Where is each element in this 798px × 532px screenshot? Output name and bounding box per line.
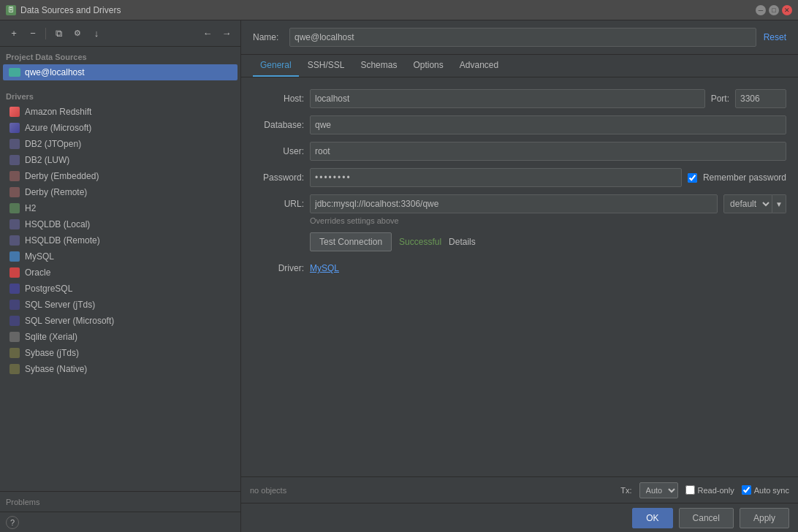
auto-sync-checkbox[interactable] [742,485,751,495]
test-connection-button[interactable]: Test Connection [310,232,392,251]
name-label: Name: [253,32,282,42]
database-row: Database: [253,115,786,134]
driver-icon [9,235,20,246]
driver-item-sqlite--xerial-[interactable]: Sqlite (Xerial) [3,329,238,345]
read-only-label: Read-only [698,486,734,495]
minimize-button[interactable]: ─ [756,5,766,15]
password-input[interactable] [310,168,682,187]
host-row: Host: Port: [253,89,786,108]
driver-name: DB2 (LUW) [25,155,69,165]
problems-label: Problems [6,498,39,506]
tx-select[interactable]: Auto [639,482,678,498]
driver-item-postgresql[interactable]: PostgreSQL [3,281,238,297]
url-label: URL: [253,199,304,209]
driver-name: Derby (Remote) [25,187,87,197]
import-button[interactable]: ↓ [88,26,104,42]
forward-button[interactable]: → [218,26,235,42]
right-panel: Name: Reset General SSH/SSL Schemas Opti… [241,20,798,532]
settings-button[interactable]: ⚙ [69,26,86,42]
driver-name: Azure (Microsoft) [25,123,91,133]
window-title: Data Sources and Drivers [20,5,751,15]
overrides-text: Overrides settings above [310,216,786,225]
url-input[interactable] [310,194,718,213]
test-connection-row: Test Connection Successful Details [310,232,786,251]
driver-item-sybase--jtds-[interactable]: Sybase (jTds) [3,345,238,361]
app-icon: 🗄 [6,5,16,15]
driver-item-sql-server--jtds-[interactable]: SQL Server (jTds) [3,297,238,313]
driver-icon [9,267,20,278]
auto-sync-label: Auto sync [754,486,789,495]
back-icon: ← [203,28,213,39]
maximize-button[interactable]: □ [769,5,779,15]
remember-password-label: Remember password [703,172,786,183]
reset-link[interactable]: Reset [764,32,786,42]
details-link[interactable]: Details [449,237,476,247]
driver-item-derby--remote-[interactable]: Derby (Remote) [3,184,238,200]
apply-button[interactable]: Apply [740,508,789,528]
tab-general[interactable]: General [253,55,299,77]
tab-advanced[interactable]: Advanced [452,55,506,77]
driver-item-derby--embedded-[interactable]: Derby (Embedded) [3,168,238,184]
password-label: Password: [253,172,304,183]
help-bar: ? [0,512,240,532]
toolbar-separator-1 [45,28,46,39]
driver-icon [9,251,20,262]
driver-link[interactable]: MySQL [310,263,339,273]
driver-item-hsqldb--local-[interactable]: HSQLDB (Local) [3,216,238,232]
ok-button[interactable]: OK [632,508,672,528]
close-button[interactable]: ✕ [782,5,792,15]
url-scheme-wrap: default ▼ [723,194,786,213]
driver-icon [9,283,20,294]
database-label: Database: [253,120,304,130]
driver-item-h2[interactable]: H2 [3,200,238,216]
add-button[interactable]: + [6,26,22,42]
project-datasources-header: Project Data Sources [0,47,240,64]
driver-name: DB2 (JTOpen) [25,139,81,149]
host-input[interactable] [310,89,705,108]
remove-button[interactable]: − [25,26,41,42]
tabs-bar: General SSH/SSL Schemas Options Advanced [241,55,798,77]
driver-name: MySQL [25,251,54,262]
cancel-button[interactable]: Cancel [679,508,734,528]
driver-icon [9,331,20,343]
user-input[interactable] [310,142,786,161]
datasource-item-qwe[interactable]: qwe@localhost [3,64,238,80]
driver-icon [9,218,20,230]
driver-item-db2--jtopen-[interactable]: DB2 (JTOpen) [3,136,238,152]
datasource-name: qwe@localhost [25,67,85,77]
url-dropdown-button[interactable]: ▼ [772,194,786,213]
driver-icon [9,202,20,214]
driver-icon [9,315,20,327]
connection-status: Successful [399,237,441,247]
driver-icon [9,154,20,166]
driver-item-sql-server--microsoft-[interactable]: SQL Server (Microsoft) [3,313,238,329]
read-only-checkbox[interactable] [685,485,695,495]
tab-ssh-ssl[interactable]: SSH/SSL [300,55,352,77]
driver-item-azure--microsoft-[interactable]: Azure (Microsoft) [3,120,238,136]
remember-password-checkbox[interactable] [688,173,697,183]
driver-name: Derby (Embedded) [25,171,99,181]
datasource-icon [9,68,20,77]
driver-item-mysql[interactable]: MySQL [3,248,238,265]
name-input[interactable] [289,28,756,47]
tx-control: Tx: Auto Read-only Auto sync [620,482,789,498]
driver-item-sybase--native-[interactable]: Sybase (Native) [3,361,238,377]
driver-item-oracle[interactable]: Oracle [3,265,238,281]
copy-button[interactable]: ⧉ [50,26,66,42]
driver-item-amazon-redshift[interactable]: Amazon Redshift [3,104,238,120]
driver-icon [9,138,20,150]
bottom-bar: no objects Tx: Auto Read-only Auto sync [241,476,798,503]
database-input[interactable] [310,115,786,134]
driver-item-db2--luw-[interactable]: DB2 (LUW) [3,152,238,168]
back-button[interactable]: ← [200,26,216,42]
datasources-list: qwe@localhost [0,64,240,80]
port-input[interactable] [735,89,786,108]
user-label: User: [253,146,304,156]
left-panel: + − ⧉ ⚙ ↓ ← → Project Data Sourc [0,20,241,532]
tab-schemas[interactable]: Schemas [353,55,404,77]
tx-label: Tx: [620,486,631,495]
driver-item-hsqldb--remote-[interactable]: HSQLDB (Remote) [3,232,238,248]
help-button[interactable]: ? [6,516,19,529]
url-scheme-select[interactable]: default [723,194,772,213]
tab-options[interactable]: Options [406,55,450,77]
